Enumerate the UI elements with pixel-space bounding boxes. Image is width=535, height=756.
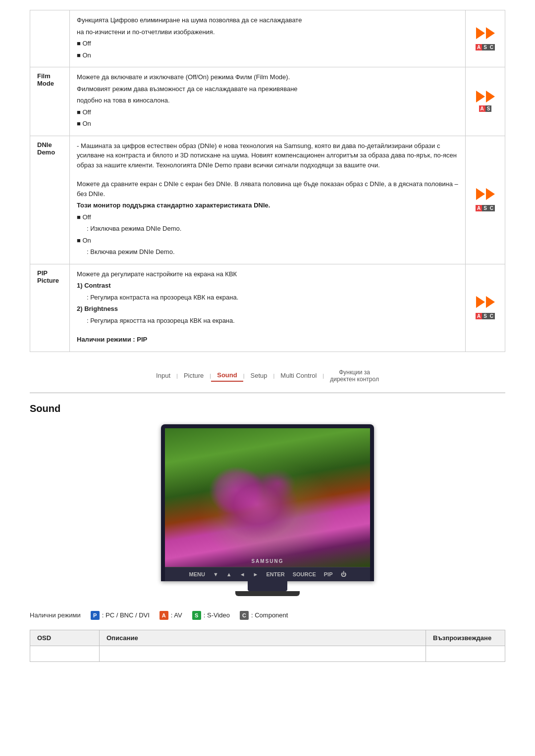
sound-section: Sound SAMSUNG MENU ▼ ▲ ◄ ► ENTER SOURCE … xyxy=(30,403,505,662)
left-button[interactable]: ◄ xyxy=(240,571,245,577)
mode-component-badge: C : Component xyxy=(240,611,288,620)
flower-background xyxy=(165,428,370,567)
row-label: FilmMode xyxy=(30,67,70,136)
monitor-controls-bar: MENU ▼ ▲ ◄ ► ENTER SOURCE PIP ⏻ xyxy=(165,567,370,581)
row-label xyxy=(30,10,70,67)
row-icon: ASC xyxy=(466,264,505,352)
badge-p: P xyxy=(91,611,100,620)
nav-item-setup[interactable]: Setup xyxy=(245,370,273,381)
row-icon: ASC xyxy=(466,136,505,264)
monitor-screen: SAMSUNG xyxy=(165,428,370,567)
mode-svideo-text: : S-Video xyxy=(204,611,230,619)
row-icon: AS xyxy=(466,67,505,136)
monitor-container: SAMSUNG MENU ▼ ▲ ◄ ► ENTER SOURCE PIP ⏻ xyxy=(30,424,505,596)
monitor-outer: SAMSUNG MENU ▼ ▲ ◄ ► ENTER SOURCE PIP ⏻ xyxy=(161,424,374,581)
nav-bar: Input | Picture | Sound | Setup | Multi … xyxy=(30,367,505,385)
badge-s: S xyxy=(192,611,201,620)
table-row: FilmMode Можете да включвате и изключват… xyxy=(30,67,505,136)
source-button[interactable]: SOURCE xyxy=(293,571,316,577)
up-button[interactable]: ▲ xyxy=(226,571,232,577)
row-icon: ASC xyxy=(466,10,505,67)
play-col-header: Възпроизвеждане xyxy=(426,630,505,646)
table-row: DNIeDemo - Машината за цифров естествен … xyxy=(30,136,505,264)
row-content: - Машината за цифров естествен образ (DN… xyxy=(70,136,466,264)
desc-cell-empty xyxy=(100,646,426,661)
available-modes-row: Налични режими P : PC / BNC / DVI A : AV… xyxy=(30,611,505,620)
sound-title: Sound xyxy=(30,403,505,414)
nav-item-sound[interactable]: Sound xyxy=(211,369,243,382)
monitor-logo: SAMSUNG xyxy=(251,558,283,564)
row-content: Можете да регулирате настройките на екра… xyxy=(70,264,466,352)
play-cell-empty xyxy=(426,646,505,661)
badge-a: A xyxy=(160,611,168,620)
down-button[interactable]: ▼ xyxy=(213,571,218,577)
osd-table-header-row: OSD Описание Възпроизвеждане xyxy=(30,630,505,646)
pip-button[interactable]: PIP xyxy=(324,571,333,577)
mode-pc-text: : PC / BNC / DVI xyxy=(102,611,150,619)
osd-col-header: OSD xyxy=(30,630,100,646)
table-row: PIPPicture Можете да регулирате настройк… xyxy=(30,264,505,352)
nav-item-multicontrol[interactable]: Multi Control xyxy=(274,370,322,381)
monitor-stand xyxy=(248,581,287,591)
nav-item-input[interactable]: Input xyxy=(150,370,176,381)
row-label: DNIeDemo xyxy=(30,136,70,264)
badge-c: C xyxy=(240,611,249,620)
power-button[interactable]: ⏻ xyxy=(341,571,346,577)
nav-item-direct[interactable]: Функции задиректен контрол xyxy=(324,367,385,385)
mode-av-text: : AV xyxy=(171,611,182,619)
row-label: PIPPicture xyxy=(30,264,70,352)
modes-label: Налични режими xyxy=(30,611,81,619)
enter-button[interactable]: ENTER xyxy=(266,571,284,577)
nav-item-picture[interactable]: Picture xyxy=(178,370,210,381)
feature-table: Функцията Цифрово елиминиране на шума по… xyxy=(30,10,505,352)
mode-svideo-badge: S : S-Video xyxy=(192,611,230,620)
desc-col-header: Описание xyxy=(100,630,426,646)
mode-av-badge: A : AV xyxy=(160,611,182,620)
row-content: Можете да включвате и изключвате (Off/On… xyxy=(70,67,466,136)
osd-table: OSD Описание Възпроизвеждане xyxy=(30,630,505,662)
monitor-base xyxy=(235,591,300,596)
menu-button[interactable]: MENU xyxy=(189,571,205,577)
mode-pc-badge: P : PC / BNC / DVI xyxy=(91,611,150,620)
mode-component-text: : Component xyxy=(251,611,288,619)
section-divider xyxy=(30,393,505,393)
osd-table-row-empty xyxy=(30,646,505,661)
table-row: Функцията Цифрово елиминиране на шума по… xyxy=(30,10,505,67)
right-button[interactable]: ► xyxy=(253,571,259,577)
row-content: Функцията Цифрово елиминиране на шума по… xyxy=(70,10,466,67)
osd-cell-empty xyxy=(30,646,100,661)
